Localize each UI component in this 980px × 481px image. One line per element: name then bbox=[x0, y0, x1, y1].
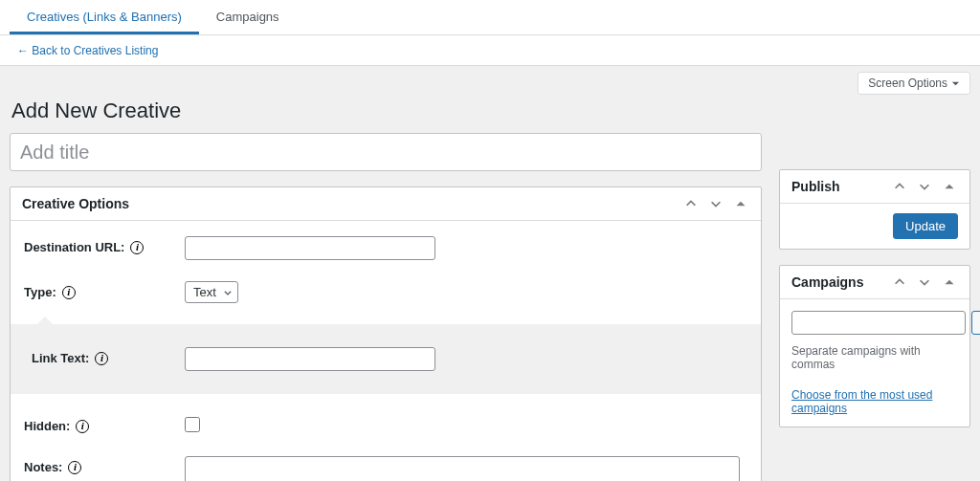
type-select[interactable]: Text bbox=[185, 281, 238, 303]
screen-options-label: Screen Options bbox=[868, 77, 947, 90]
tab-campaigns[interactable]: Campaigns bbox=[199, 0, 297, 34]
notes-textarea[interactable] bbox=[185, 456, 740, 481]
page-title: Add New Creative bbox=[0, 95, 980, 133]
move-up-icon[interactable] bbox=[891, 273, 908, 291]
toggle-icon[interactable] bbox=[941, 273, 958, 291]
tabs-bar: Creatives (Links & Banners) Campaigns bbox=[0, 0, 980, 35]
link-text-panel: Link Text: i bbox=[11, 324, 761, 394]
info-icon[interactable]: i bbox=[130, 241, 144, 254]
creative-options-heading: Creative Options bbox=[22, 196, 129, 211]
creative-options-box: Creative Options Destination bbox=[10, 186, 762, 481]
toggle-icon[interactable] bbox=[941, 178, 958, 195]
destination-url-input[interactable] bbox=[185, 236, 435, 260]
move-down-icon[interactable] bbox=[916, 178, 933, 195]
campaigns-help-text: Separate campaigns with commas bbox=[791, 344, 958, 371]
add-campaign-button[interactable]: Add bbox=[971, 311, 980, 335]
update-button[interactable]: Update bbox=[893, 213, 958, 239]
toggle-icon[interactable] bbox=[732, 195, 749, 212]
type-label: Type: bbox=[24, 285, 56, 299]
move-up-icon[interactable] bbox=[891, 178, 908, 195]
back-to-listing-link[interactable]: ← Back to Creatives Listing bbox=[17, 44, 158, 57]
tab-creatives[interactable]: Creatives (Links & Banners) bbox=[10, 0, 199, 34]
campaigns-box: Campaigns Add Se bbox=[779, 265, 970, 427]
choose-campaigns-link[interactable]: Choose from the most used campaigns bbox=[791, 388, 958, 415]
destination-url-label: Destination URL: bbox=[24, 240, 124, 254]
move-down-icon[interactable] bbox=[916, 273, 933, 291]
info-icon[interactable]: i bbox=[68, 461, 81, 474]
info-icon[interactable]: i bbox=[62, 286, 76, 299]
hidden-checkbox[interactable] bbox=[185, 417, 200, 432]
backlink-bar: ← Back to Creatives Listing bbox=[0, 35, 980, 66]
notes-label: Notes: bbox=[24, 460, 62, 474]
hidden-label: Hidden: bbox=[24, 419, 70, 433]
link-text-label: Link Text: bbox=[32, 351, 89, 365]
publish-heading: Publish bbox=[791, 179, 840, 194]
link-text-input[interactable] bbox=[185, 347, 435, 371]
move-up-icon[interactable] bbox=[682, 195, 700, 212]
campaigns-heading: Campaigns bbox=[791, 274, 863, 290]
screen-options-button[interactable]: Screen Options bbox=[858, 72, 970, 95]
title-input[interactable] bbox=[10, 133, 762, 171]
info-icon[interactable]: i bbox=[76, 420, 89, 433]
caret-down-icon bbox=[951, 79, 960, 88]
info-icon[interactable]: i bbox=[95, 352, 108, 365]
publish-box: Publish Update bbox=[779, 169, 970, 250]
screen-options-row: Screen Options bbox=[0, 66, 980, 95]
move-down-icon[interactable] bbox=[707, 195, 724, 212]
campaigns-input[interactable] bbox=[791, 311, 966, 335]
